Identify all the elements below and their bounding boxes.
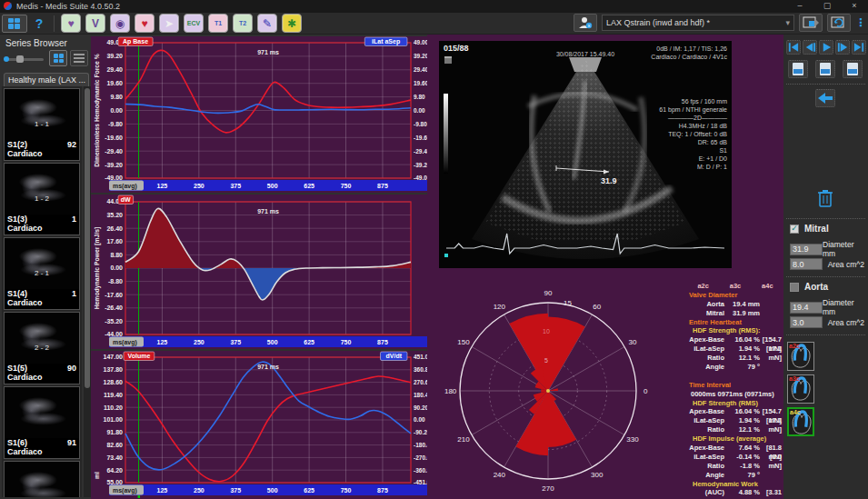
list-view-button[interactable] — [70, 50, 88, 66]
monitor-layout-icon — [803, 16, 819, 29]
arrow-left-icon — [818, 93, 833, 104]
workspace-layout-button[interactable] — [2, 15, 27, 33]
svg-text:0.00: 0.00 — [110, 107, 123, 114]
svg-text:500: 500 — [267, 183, 278, 189]
series-thumbnail[interactable]: 1 - 2S1(3)1Cardiaco — [4, 163, 80, 235]
view-thumbnail-a4c[interactable]: a4c — [787, 407, 814, 436]
thumbnail-size-slider[interactable] — [7, 58, 44, 61]
minimize-button[interactable]: – — [786, 0, 813, 13]
svg-text:90.20: 90.20 — [414, 404, 427, 411]
metric-extra — [760, 363, 783, 372]
t1-app-icon[interactable]: T1 — [208, 14, 228, 33]
undo-back-button[interactable] — [815, 89, 835, 107]
export-data-button[interactable] — [815, 60, 835, 78]
user-session-button[interactable]: x — [574, 14, 597, 32]
delete-measurement-button[interactable] — [814, 187, 836, 209]
list-view-icon — [74, 54, 85, 63]
aorta-area-input[interactable] — [790, 316, 823, 328]
hdf-chart[interactable]: 49.0039.2029.4019.609.800.00-9.80-19.60-… — [91, 36, 427, 193]
medis-logo-icon — [4, 2, 12, 10]
svg-text:180: 180 — [444, 387, 457, 395]
export-avi-button[interactable] — [843, 60, 863, 78]
mitral-area-input[interactable] — [790, 258, 823, 270]
aorta-diameter-input[interactable] — [790, 302, 823, 314]
t2-app-icon[interactable]: T2 — [233, 14, 253, 33]
patient-tab[interactable]: Healthy male (LAX ... — [4, 73, 89, 86]
svg-text:125: 125 — [157, 339, 168, 345]
power-chart[interactable]: 44.0035.2026.4017.608.800.00-8.80-17.60-… — [91, 195, 427, 349]
close-button[interactable]: × — [841, 0, 868, 13]
overflow-menu-button[interactable]: ⋮ — [855, 16, 864, 29]
series-thumbnail[interactable] — [4, 461, 80, 497]
session-dropdown[interactable]: LAX Qstrain (inwd and hdf) * ▾ — [602, 15, 794, 31]
skip-end-button[interactable] — [852, 40, 866, 55]
grid-view-button[interactable] — [49, 50, 67, 66]
series-label: Cardiaco — [5, 373, 79, 384]
section-title: Time Interval — [689, 381, 783, 390]
mitral-diameter-input[interactable] — [790, 244, 823, 255]
layout-select-button[interactable] — [799, 14, 823, 32]
view-tab-a3c[interactable]: a3c — [719, 282, 751, 291]
view-tab-a2c[interactable]: a2c — [687, 282, 719, 291]
q3d-app-icon[interactable]: ✱ — [282, 14, 302, 33]
svg-text:625: 625 — [304, 183, 314, 189]
aorta-checkbox[interactable] — [790, 283, 799, 292]
step-back-button[interactable] — [803, 40, 817, 55]
title-bar: Medis - Medis Suite 4.0.50.2 – ▢ × — [0, 0, 868, 13]
svg-text:300: 300 — [591, 471, 604, 479]
svg-text:Hemodynamic Power [mJ/s]: Hemodynamic Power [mJ/s] — [94, 227, 101, 310]
svg-text:330: 330 — [626, 435, 639, 444]
svg-text:625: 625 — [304, 339, 314, 345]
export-jpg-button[interactable] — [788, 60, 808, 78]
qplaque-app-icon[interactable]: ✎ — [257, 14, 277, 33]
view-thumbnail-a3c[interactable]: a3c — [787, 374, 814, 404]
ultrasound-viewport[interactable]: 015/88 30/08/2017 15.49.40 0dB / IM: 1,1… — [439, 41, 732, 268]
measurement-row: Ratio12.1 % — [687, 425, 783, 434]
svg-text:82.60: 82.60 — [106, 442, 123, 448]
series-thumbnail[interactable]: S1(6)91Cardiaco — [4, 386, 80, 459]
skip-start-button[interactable] — [786, 40, 801, 55]
svg-text:875: 875 — [377, 339, 388, 345]
view-thumbnail-a2c[interactable]: a2c — [787, 342, 814, 371]
svg-text:971 ms: 971 ms — [257, 364, 279, 370]
series-thumbnail[interactable]: 2 - 2S1(5)90Cardiaco — [4, 312, 80, 384]
frame-count: 1 — [72, 289, 76, 298]
qmap-app-icon[interactable]: ♥ — [135, 14, 155, 33]
measurement-row: iLat-aSep-0.14 %[0.0 mN] — [687, 453, 783, 462]
svg-text:270: 270 — [542, 484, 554, 493]
measurement-row: Angle79 ° — [687, 363, 783, 372]
right-toolbar: ✓ Mitral Diameter mm Area cm^2 Aorta Dia… — [783, 35, 868, 499]
series-id: S1(4) — [7, 289, 27, 298]
metric-value: 4.88 % — [727, 488, 760, 499]
help-button[interactable]: ? — [31, 16, 47, 31]
maximize-button[interactable]: ▢ — [813, 0, 841, 13]
ecv-app-icon[interactable]: ECV — [184, 14, 204, 33]
mitral-checkbox[interactable]: ✓ — [790, 225, 799, 234]
main-toolbar: ? ♥V◉♥➤ECVT1T2✎✱ x LAX Qstrain (inwd and… — [0, 13, 868, 35]
svg-text:150: 150 — [457, 338, 470, 346]
thumbnail-image: 2 - 2 — [5, 313, 79, 364]
series-scrollbar[interactable] — [84, 86, 91, 497]
svg-text:250: 250 — [194, 339, 205, 345]
view-tab-a4c[interactable]: a4c — [752, 282, 783, 291]
svg-text:29.40: 29.40 — [106, 66, 123, 73]
svg-text:29.40: 29.40 — [414, 66, 427, 73]
qflow-app-icon[interactable]: V — [85, 14, 105, 33]
series-thumbnail[interactable]: 2 - 1S1(4)1Cardiaco — [4, 237, 80, 310]
qmass-app-icon[interactable]: ♥ — [61, 14, 81, 33]
step-forward-button[interactable] — [835, 40, 850, 55]
measurement-row: Valve Diameter — [687, 291, 783, 300]
reset-layout-button[interactable] — [827, 14, 851, 32]
measurement-row: 0000ms 0971ms (0971ms) — [687, 390, 783, 399]
svg-text:ms(avg): ms(avg) — [113, 339, 137, 346]
series-thumbnail[interactable]: 1 - 1S1(2)92Cardiaco — [4, 88, 80, 161]
section-title: Entire Heartbeat — [689, 318, 783, 327]
qstrain-app-icon[interactable]: ◉ — [110, 14, 130, 33]
svg-text:750: 750 — [341, 183, 352, 189]
svg-text:625: 625 — [304, 487, 314, 494]
volume-chart[interactable]: 147.00137.80128.60119.40110.20101.0091.8… — [91, 351, 427, 499]
qtavi-app-icon[interactable]: ➤ — [159, 14, 179, 33]
play-button[interactable] — [819, 40, 833, 55]
svg-text:137.80: 137.80 — [104, 366, 124, 373]
hdf-chart-svg: 49.0039.2029.4019.609.800.00-9.80-19.60-… — [91, 36, 427, 193]
